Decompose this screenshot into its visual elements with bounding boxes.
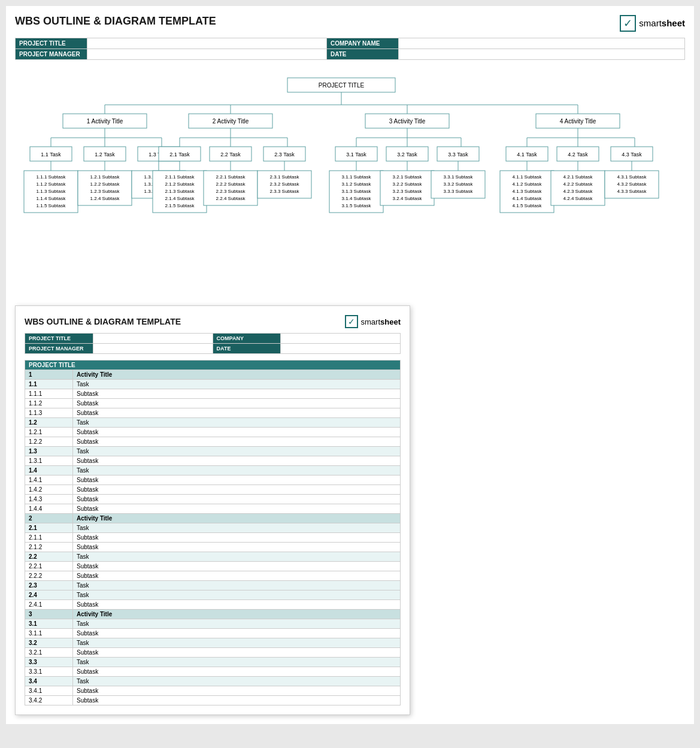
- outline-row: 1.2.2Subtask: [25, 437, 401, 447]
- company-name-value[interactable]: [399, 38, 685, 49]
- smartsheet-logo: ✓ smartsheet: [620, 15, 685, 32]
- outline-company-label: COMPANY: [213, 334, 280, 344]
- svg-text:PROJECT TITLE: PROJECT TITLE: [319, 82, 365, 89]
- outline-row-label: Subtask: [73, 428, 401, 437]
- outline-row-label: Task: [73, 380, 401, 389]
- svg-text:4.1 Task: 4.1 Task: [517, 152, 537, 158]
- svg-text:3.3.1 Subtask: 3.3.1 Subtask: [444, 174, 474, 180]
- outline-row-num: 2.2.2: [25, 571, 73, 581]
- outline-row: 2.2.1Subtask: [25, 562, 401, 571]
- outline-project-title-value[interactable]: [93, 334, 213, 344]
- outline-row-label: Activity Title: [73, 610, 401, 619]
- outline-row-label: Subtask: [73, 437, 401, 447]
- outline-row-label: Subtask: [73, 456, 401, 466]
- svg-text:1.2 Task: 1.2 Task: [95, 152, 115, 158]
- svg-text:1.2.4 Subtask: 1.2.4 Subtask: [90, 196, 120, 201]
- svg-text:3.3 Task: 3.3 Task: [448, 152, 468, 158]
- svg-text:1.1.1 Subtask: 1.1.1 Subtask: [37, 174, 66, 180]
- outline-row-num: 1.2.2: [25, 437, 73, 447]
- outline-row: 2.3Task: [25, 581, 401, 590]
- svg-text:4.1.1 Subtask: 4.1.1 Subtask: [513, 174, 543, 180]
- outline-row: 2.2Task: [25, 552, 401, 562]
- outline-row: 3.3Task: [25, 658, 401, 667]
- wbs-diagram: PROJECT TITLE 1 Activity Title 1.1 Task …: [15, 69, 685, 296]
- outline-row-num: 1.4.2: [25, 485, 73, 495]
- outline-row-label: Task: [73, 523, 401, 533]
- outline-row-num: 1.4.4: [25, 504, 73, 514]
- outline-row-label: Task: [73, 418, 401, 428]
- outline-row-label: Subtask: [73, 543, 401, 552]
- svg-text:3.1 Task: 3.1 Task: [346, 152, 366, 158]
- svg-text:3.1.5 Subtask: 3.1.5 Subtask: [342, 203, 372, 208]
- date-value[interactable]: [399, 49, 685, 60]
- outline-date-value[interactable]: [281, 344, 401, 354]
- svg-text:2.1.5 Subtask: 2.1.5 Subtask: [165, 203, 195, 208]
- outline-row-num: 3.1.1: [25, 629, 73, 638]
- svg-text:3.3.2 Subtask: 3.3.2 Subtask: [444, 181, 474, 187]
- svg-text:4.2.1 Subtask: 4.2.1 Subtask: [563, 174, 593, 180]
- outline-row-num: 1.1.2: [25, 399, 73, 408]
- outline-row: 2.4Task: [25, 590, 401, 600]
- svg-text:4.1.3 Subtask: 4.1.3 Subtask: [513, 189, 543, 194]
- outline-row-num: 2.2.1: [25, 562, 73, 571]
- outline-meta-table: PROJECT TITLE COMPANY PROJECT MANAGER DA…: [25, 333, 401, 354]
- outline-row-num: 3.2: [25, 638, 73, 648]
- outline-row-label: Subtask: [73, 533, 401, 543]
- svg-text:1.2.2 Subtask: 1.2.2 Subtask: [90, 181, 120, 187]
- outline-row-num: 1.3.1: [25, 456, 73, 466]
- outline-row-num: 2.4.1: [25, 600, 73, 610]
- svg-text:1.1 Task: 1.1 Task: [41, 152, 61, 158]
- svg-text:4 Activity Title: 4 Activity Title: [560, 118, 596, 125]
- outline-row: 1Activity Title: [25, 370, 401, 380]
- outline-row: 3.2Task: [25, 638, 401, 648]
- outline-row-label: Subtask: [73, 476, 401, 485]
- outline-row: 1.3Task: [25, 447, 401, 456]
- outline-row-label: Activity Title: [73, 514, 401, 523]
- outline-row: 2Activity Title: [25, 514, 401, 523]
- svg-text:2.1.4 Subtask: 2.1.4 Subtask: [165, 196, 195, 201]
- svg-text:3.1.4 Subtask: 3.1.4 Subtask: [342, 196, 372, 201]
- svg-text:3 Activity Title: 3 Activity Title: [389, 118, 426, 125]
- check-icon: ✓: [620, 15, 636, 32]
- outline-row-label: Subtask: [73, 667, 401, 677]
- outline-row: 1.1.3Subtask: [25, 408, 401, 418]
- svg-text:4.2.2 Subtask: 4.2.2 Subtask: [563, 181, 593, 187]
- outline-document: WBS OUTLINE & DIAGRAM TEMPLATE ✓ smartsh…: [15, 305, 410, 715]
- main-page: WBS OUTLINE & DIAGRAM TEMPLATE ✓ smartsh…: [6, 6, 694, 724]
- project-title-value[interactable]: [87, 38, 327, 49]
- outline-row-num: 3.4: [25, 677, 73, 686]
- meta-table: PROJECT TITLE COMPANY NAME PROJECT MANAG…: [15, 38, 685, 60]
- outline-row-label: Task: [73, 677, 401, 686]
- outline-title: WBS OUTLINE & DIAGRAM TEMPLATE: [25, 317, 181, 326]
- svg-text:4.2.3 Subtask: 4.2.3 Subtask: [563, 189, 593, 194]
- svg-text:4.1.2 Subtask: 4.1.2 Subtask: [513, 181, 543, 187]
- svg-text:2 Activity Title: 2 Activity Title: [213, 118, 249, 125]
- outline-row-num: 2.2: [25, 552, 73, 562]
- outline-row: 3.4.2Subtask: [25, 696, 401, 705]
- svg-text:4.3.3 Subtask: 4.3.3 Subtask: [617, 189, 647, 194]
- outline-company-value[interactable]: [281, 334, 401, 344]
- outline-row-num: 3.1: [25, 619, 73, 629]
- svg-text:3.1.3 Subtask: 3.1.3 Subtask: [342, 189, 372, 194]
- outline-row-num: 1.4.3: [25, 495, 73, 504]
- svg-text:3.2.2 Subtask: 3.2.2 Subtask: [393, 181, 423, 187]
- project-manager-value[interactable]: [87, 49, 327, 60]
- svg-text:1.1.5 Subtask: 1.1.5 Subtask: [37, 203, 66, 208]
- outline-row-num: 3.4.2: [25, 696, 73, 705]
- outline-row-label: Task: [73, 581, 401, 590]
- outline-row: 2.1.1Subtask: [25, 533, 401, 543]
- outline-smartsheet-logo: ✓ smartsheet: [345, 315, 401, 328]
- svg-text:2.2.2 Subtask: 2.2.2 Subtask: [216, 181, 246, 187]
- svg-text:2.1 Task: 2.1 Task: [169, 152, 190, 158]
- svg-text:2.2 Task: 2.2 Task: [220, 152, 241, 158]
- outline-row-num: 2: [25, 514, 73, 523]
- outline-row-num: 3.3: [25, 658, 73, 667]
- svg-text:2.3.2 Subtask: 2.3.2 Subtask: [270, 181, 300, 187]
- outline-check-icon: ✓: [345, 315, 358, 328]
- svg-text:2.2.1 Subtask: 2.2.1 Subtask: [216, 174, 246, 180]
- outline-date-label: DATE: [213, 344, 280, 354]
- outline-row: 1.1.2Subtask: [25, 399, 401, 408]
- svg-text:3.2 Task: 3.2 Task: [397, 152, 417, 158]
- outline-manager-value[interactable]: [93, 344, 213, 354]
- outline-row-label: Subtask: [73, 629, 401, 638]
